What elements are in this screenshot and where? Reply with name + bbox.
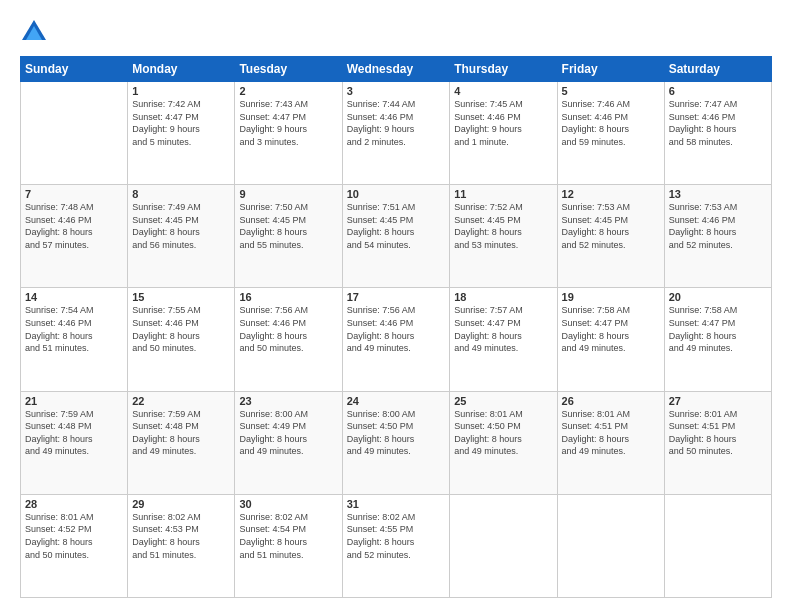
day-info: Sunrise: 7:50 AM Sunset: 4:45 PM Dayligh… [239, 201, 337, 251]
day-cell: 26Sunrise: 8:01 AM Sunset: 4:51 PM Dayli… [557, 391, 664, 494]
day-info: Sunrise: 7:59 AM Sunset: 4:48 PM Dayligh… [132, 408, 230, 458]
day-cell: 28Sunrise: 8:01 AM Sunset: 4:52 PM Dayli… [21, 494, 128, 597]
day-cell: 11Sunrise: 7:52 AM Sunset: 4:45 PM Dayli… [450, 185, 557, 288]
day-number: 6 [669, 85, 767, 97]
day-info: Sunrise: 8:02 AM Sunset: 4:53 PM Dayligh… [132, 511, 230, 561]
day-cell: 10Sunrise: 7:51 AM Sunset: 4:45 PM Dayli… [342, 185, 450, 288]
day-info: Sunrise: 7:54 AM Sunset: 4:46 PM Dayligh… [25, 304, 123, 354]
day-number: 8 [132, 188, 230, 200]
day-info: Sunrise: 7:58 AM Sunset: 4:47 PM Dayligh… [562, 304, 660, 354]
col-header-thursday: Thursday [450, 57, 557, 82]
day-info: Sunrise: 7:44 AM Sunset: 4:46 PM Dayligh… [347, 98, 446, 148]
day-cell: 1Sunrise: 7:42 AM Sunset: 4:47 PM Daylig… [128, 82, 235, 185]
day-cell: 7Sunrise: 7:48 AM Sunset: 4:46 PM Daylig… [21, 185, 128, 288]
day-info: Sunrise: 8:02 AM Sunset: 4:55 PM Dayligh… [347, 511, 446, 561]
day-cell: 29Sunrise: 8:02 AM Sunset: 4:53 PM Dayli… [128, 494, 235, 597]
day-info: Sunrise: 8:00 AM Sunset: 4:50 PM Dayligh… [347, 408, 446, 458]
day-number: 10 [347, 188, 446, 200]
day-number: 12 [562, 188, 660, 200]
col-header-tuesday: Tuesday [235, 57, 342, 82]
day-number: 23 [239, 395, 337, 407]
day-cell: 9Sunrise: 7:50 AM Sunset: 4:45 PM Daylig… [235, 185, 342, 288]
day-cell [557, 494, 664, 597]
day-number: 28 [25, 498, 123, 510]
week-row-2: 7Sunrise: 7:48 AM Sunset: 4:46 PM Daylig… [21, 185, 772, 288]
day-info: Sunrise: 8:01 AM Sunset: 4:50 PM Dayligh… [454, 408, 552, 458]
week-row-5: 28Sunrise: 8:01 AM Sunset: 4:52 PM Dayli… [21, 494, 772, 597]
day-cell: 24Sunrise: 8:00 AM Sunset: 4:50 PM Dayli… [342, 391, 450, 494]
day-cell: 27Sunrise: 8:01 AM Sunset: 4:51 PM Dayli… [664, 391, 771, 494]
day-number: 19 [562, 291, 660, 303]
day-cell: 8Sunrise: 7:49 AM Sunset: 4:45 PM Daylig… [128, 185, 235, 288]
day-info: Sunrise: 8:02 AM Sunset: 4:54 PM Dayligh… [239, 511, 337, 561]
day-number: 17 [347, 291, 446, 303]
day-cell: 4Sunrise: 7:45 AM Sunset: 4:46 PM Daylig… [450, 82, 557, 185]
day-cell: 14Sunrise: 7:54 AM Sunset: 4:46 PM Dayli… [21, 288, 128, 391]
day-number: 2 [239, 85, 337, 97]
day-number: 27 [669, 395, 767, 407]
day-number: 7 [25, 188, 123, 200]
day-number: 26 [562, 395, 660, 407]
day-number: 25 [454, 395, 552, 407]
day-number: 5 [562, 85, 660, 97]
day-cell: 22Sunrise: 7:59 AM Sunset: 4:48 PM Dayli… [128, 391, 235, 494]
day-info: Sunrise: 7:56 AM Sunset: 4:46 PM Dayligh… [347, 304, 446, 354]
day-cell [21, 82, 128, 185]
day-cell: 30Sunrise: 8:02 AM Sunset: 4:54 PM Dayli… [235, 494, 342, 597]
week-row-4: 21Sunrise: 7:59 AM Sunset: 4:48 PM Dayli… [21, 391, 772, 494]
col-header-sunday: Sunday [21, 57, 128, 82]
day-info: Sunrise: 7:57 AM Sunset: 4:47 PM Dayligh… [454, 304, 552, 354]
day-number: 16 [239, 291, 337, 303]
day-number: 1 [132, 85, 230, 97]
day-cell: 19Sunrise: 7:58 AM Sunset: 4:47 PM Dayli… [557, 288, 664, 391]
day-number: 11 [454, 188, 552, 200]
day-info: Sunrise: 8:01 AM Sunset: 4:51 PM Dayligh… [669, 408, 767, 458]
day-number: 29 [132, 498, 230, 510]
calendar: SundayMondayTuesdayWednesdayThursdayFrid… [20, 56, 772, 598]
day-info: Sunrise: 7:59 AM Sunset: 4:48 PM Dayligh… [25, 408, 123, 458]
day-info: Sunrise: 7:52 AM Sunset: 4:45 PM Dayligh… [454, 201, 552, 251]
day-number: 3 [347, 85, 446, 97]
calendar-header-row: SundayMondayTuesdayWednesdayThursdayFrid… [21, 57, 772, 82]
day-info: Sunrise: 7:53 AM Sunset: 4:45 PM Dayligh… [562, 201, 660, 251]
day-info: Sunrise: 7:42 AM Sunset: 4:47 PM Dayligh… [132, 98, 230, 148]
day-info: Sunrise: 7:46 AM Sunset: 4:46 PM Dayligh… [562, 98, 660, 148]
day-info: Sunrise: 7:51 AM Sunset: 4:45 PM Dayligh… [347, 201, 446, 251]
day-number: 31 [347, 498, 446, 510]
day-number: 15 [132, 291, 230, 303]
day-info: Sunrise: 7:49 AM Sunset: 4:45 PM Dayligh… [132, 201, 230, 251]
day-number: 30 [239, 498, 337, 510]
day-info: Sunrise: 7:43 AM Sunset: 4:47 PM Dayligh… [239, 98, 337, 148]
day-number: 14 [25, 291, 123, 303]
day-cell: 17Sunrise: 7:56 AM Sunset: 4:46 PM Dayli… [342, 288, 450, 391]
day-cell: 12Sunrise: 7:53 AM Sunset: 4:45 PM Dayli… [557, 185, 664, 288]
day-cell: 6Sunrise: 7:47 AM Sunset: 4:46 PM Daylig… [664, 82, 771, 185]
day-cell: 2Sunrise: 7:43 AM Sunset: 4:47 PM Daylig… [235, 82, 342, 185]
day-number: 21 [25, 395, 123, 407]
day-cell: 3Sunrise: 7:44 AM Sunset: 4:46 PM Daylig… [342, 82, 450, 185]
col-header-saturday: Saturday [664, 57, 771, 82]
day-info: Sunrise: 7:47 AM Sunset: 4:46 PM Dayligh… [669, 98, 767, 148]
day-number: 22 [132, 395, 230, 407]
day-cell [450, 494, 557, 597]
day-cell: 25Sunrise: 8:01 AM Sunset: 4:50 PM Dayli… [450, 391, 557, 494]
week-row-1: 1Sunrise: 7:42 AM Sunset: 4:47 PM Daylig… [21, 82, 772, 185]
day-info: Sunrise: 8:01 AM Sunset: 4:52 PM Dayligh… [25, 511, 123, 561]
day-info: Sunrise: 7:56 AM Sunset: 4:46 PM Dayligh… [239, 304, 337, 354]
day-info: Sunrise: 7:55 AM Sunset: 4:46 PM Dayligh… [132, 304, 230, 354]
day-cell: 15Sunrise: 7:55 AM Sunset: 4:46 PM Dayli… [128, 288, 235, 391]
day-info: Sunrise: 8:01 AM Sunset: 4:51 PM Dayligh… [562, 408, 660, 458]
logo-icon [20, 18, 48, 46]
day-info: Sunrise: 7:48 AM Sunset: 4:46 PM Dayligh… [25, 201, 123, 251]
day-cell: 13Sunrise: 7:53 AM Sunset: 4:46 PM Dayli… [664, 185, 771, 288]
col-header-wednesday: Wednesday [342, 57, 450, 82]
week-row-3: 14Sunrise: 7:54 AM Sunset: 4:46 PM Dayli… [21, 288, 772, 391]
day-cell: 21Sunrise: 7:59 AM Sunset: 4:48 PM Dayli… [21, 391, 128, 494]
day-info: Sunrise: 7:58 AM Sunset: 4:47 PM Dayligh… [669, 304, 767, 354]
day-number: 24 [347, 395, 446, 407]
header [20, 18, 772, 46]
day-cell [664, 494, 771, 597]
day-cell: 31Sunrise: 8:02 AM Sunset: 4:55 PM Dayli… [342, 494, 450, 597]
day-number: 18 [454, 291, 552, 303]
day-info: Sunrise: 7:53 AM Sunset: 4:46 PM Dayligh… [669, 201, 767, 251]
